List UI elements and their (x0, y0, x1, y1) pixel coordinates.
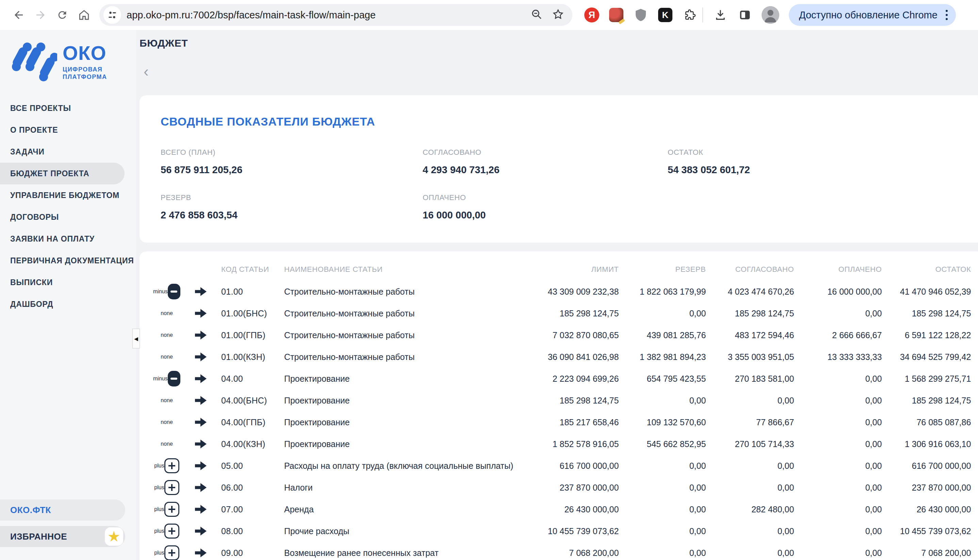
rest-value: 76 085 087,86 (882, 417, 971, 427)
sidebar-item-выписки[interactable]: ВЫПИСКИ (0, 272, 136, 293)
sidebar-item-управление-бюджетом[interactable]: УПРАВЛЕНИЕ БЮДЖЕТОМ (0, 184, 136, 206)
col-header-name: НАИМЕНОВАНИЕ СТАТЬИ (284, 265, 513, 274)
rest-value: 1 568 299 275,71 (882, 374, 971, 384)
reserve-value: 545 662 852,95 (619, 439, 706, 449)
table-row: plus 09.00 Возмещение ранее понесенных з… (153, 542, 971, 560)
article-code: 04.00 (221, 374, 284, 384)
agreed-value: 185 298 124,75 (706, 308, 794, 318)
table-header-row: КОД СТАТЬИ НАИМЕНОВАНИЕ СТАТЬИ ЛИМИТ РЕЗ… (153, 258, 971, 281)
expand-row-button[interactable] (164, 523, 179, 538)
limit-value: 1 852 578 916,05 (513, 439, 619, 449)
collapse-row-button[interactable] (168, 284, 180, 299)
article-name: Строительно-монтажные работы (284, 308, 513, 318)
limit-value: 185 298 124,75 (513, 396, 619, 405)
sidebar-item-договоры[interactable]: ДОГОВОРЫ (0, 206, 136, 228)
agreed-value: 483 172 594,46 (706, 330, 794, 340)
sidebar-item-первичная-документация[interactable]: ПЕРВИЧНАЯ ДОКУМЕНТАЦИЯ (0, 250, 136, 272)
open-row-arrow-icon[interactable] (180, 482, 221, 493)
col-header-rest: ОСТАТОК (882, 265, 971, 274)
open-row-arrow-icon[interactable] (180, 373, 221, 384)
workspace-pill[interactable]: ОКО.ФТК (0, 500, 125, 520)
zoom-out-icon[interactable] (531, 8, 542, 22)
open-row-arrow-icon[interactable] (180, 330, 221, 340)
chrome-update-label: Доступно обновление Chrome (799, 10, 938, 21)
profile-avatar[interactable] (761, 6, 779, 24)
collapse-row-button[interactable] (168, 371, 180, 387)
article-name: Аренда (284, 505, 513, 514)
open-row-arrow-icon[interactable] (180, 287, 221, 297)
summary-stat: РЕЗЕРВ 2 476 858 603,54 (161, 193, 423, 221)
open-row-arrow-icon[interactable] (180, 548, 221, 558)
agreed-value: 270 105 714,33 (706, 439, 794, 449)
sidebar-item-о-проекте[interactable]: О ПРОЕКТЕ (0, 119, 136, 141)
open-row-arrow-icon[interactable] (180, 504, 221, 514)
col-header-code: КОД СТАТЬИ (221, 265, 284, 274)
article-name: Проектирование (284, 374, 513, 384)
downloads-icon[interactable] (713, 7, 728, 23)
open-row-arrow-icon[interactable] (180, 461, 221, 471)
expand-row-button[interactable] (164, 458, 179, 473)
open-row-arrow-icon[interactable] (180, 439, 221, 449)
address-bar[interactable]: app.oko-pm.ru:7002/bsp/faces/main-task-f… (99, 4, 572, 26)
bookmark-star-icon[interactable] (552, 8, 564, 22)
reload-button[interactable] (52, 5, 72, 25)
shield-extension-icon[interactable] (633, 7, 648, 23)
site-settings-icon[interactable] (103, 6, 121, 24)
sidebar-collapse-handle[interactable]: ◀ (132, 328, 140, 348)
open-row-arrow-icon[interactable] (180, 308, 221, 318)
favorites-star-icon[interactable]: ★ (105, 527, 123, 546)
sidebar-item-дашборд[interactable]: ДАШБОРД (0, 293, 136, 315)
table-row: plus 06.00 Налоги 237 870 000,00 0,00 0,… (153, 477, 971, 498)
summary-title: СВОДНЫЕ ПОКАЗАТЕЛИ БЮДЖЕТА (161, 115, 963, 128)
table-row: none 01.00(БНС) Строительно-монтажные ра… (153, 302, 971, 324)
page-title: БЮДЖЕТ (140, 37, 978, 49)
browser-menu-icon[interactable] (942, 7, 951, 23)
summary-stat: СОГЛАСОВАНО 4 293 940 731,26 (423, 148, 668, 175)
table-row: none 04.00(ГПБ) Проектирование 185 217 6… (153, 411, 971, 433)
forward-button[interactable] (31, 5, 50, 25)
extensions-puzzle-icon[interactable] (682, 7, 698, 23)
chrome-update-button[interactable]: Доступно обновление Chrome (789, 4, 956, 26)
sidebar-item-задачи[interactable]: ЗАДАЧИ (0, 141, 136, 163)
rest-value: 7 068 200,00 (882, 548, 971, 558)
yandex-extension-icon[interactable]: Я (584, 7, 600, 23)
home-button[interactable] (74, 5, 94, 25)
agreed-value: 3 355 003 951,05 (706, 352, 794, 362)
favorites-pill[interactable]: ИЗБРАННОЕ ★ (0, 526, 125, 547)
sidebar-item-бюджет-проекта[interactable]: БЮДЖЕТ ПРОЕКТА (0, 163, 125, 184)
stat-label: СОГЛАСОВАНО (423, 148, 668, 157)
back-chevron[interactable]: ‹ (143, 64, 157, 79)
expand-row-button[interactable] (164, 502, 179, 517)
open-row-arrow-icon[interactable] (180, 417, 221, 427)
rest-value: 41 470 946 052,39 (882, 287, 971, 297)
logo[interactable]: ОКО ЦИФРОВАЯ ПЛАТФОРМА (0, 30, 136, 82)
sidebar-item-все-проекты[interactable]: ВСЕ ПРОЕКТЫ (0, 97, 136, 119)
stat-label: ОПЛАЧЕНО (423, 193, 668, 202)
back-button[interactable] (9, 5, 28, 25)
stat-label: РЕЗЕРВ (161, 193, 423, 202)
k-extension-icon[interactable]: K (657, 7, 673, 23)
reserve-value: 654 795 423,55 (619, 374, 706, 384)
limit-value: 185 217 658,46 (513, 417, 619, 427)
paid-value: 0,00 (794, 483, 882, 493)
rest-value: 1 306 916 063,10 (882, 439, 971, 449)
rest-value: 26 430 000,00 (882, 505, 971, 514)
summary-stat: ОСТАТОК 54 383 052 601,72 (668, 148, 963, 175)
side-panel-icon[interactable] (737, 7, 753, 23)
open-row-arrow-icon[interactable] (180, 526, 221, 536)
stat-label: ВСЕГО (ПЛАН) (161, 148, 423, 157)
expand-row-button[interactable] (164, 480, 179, 495)
expand-row-button[interactable] (164, 545, 179, 560)
paid-value: 0,00 (794, 439, 882, 449)
article-code: 01.00(КЗН) (221, 352, 284, 362)
budget-table-card: КОД СТАТЬИ НАИМЕНОВАНИЕ СТАТЬИ ЛИМИТ РЕЗ… (140, 252, 978, 560)
sidebar-item-заявки-на-оплату[interactable]: ЗАЯВКИ НА ОПЛАТУ (0, 228, 136, 250)
open-row-arrow-icon[interactable] (180, 352, 221, 362)
url-text[interactable]: app.oko-pm.ru:7002/bsp/faces/main-task-f… (127, 10, 531, 21)
sidebar: ОКО ЦИФРОВАЯ ПЛАТФОРМА ВСЕ ПРОЕКТЫО ПРОЕ… (0, 30, 136, 560)
reserve-value: 0,00 (619, 505, 706, 514)
limit-value: 616 700 000,00 (513, 461, 619, 471)
stat-value: 2 476 858 603,54 (161, 210, 423, 221)
seal-extension-icon[interactable] (608, 7, 624, 23)
open-row-arrow-icon[interactable] (180, 395, 221, 405)
